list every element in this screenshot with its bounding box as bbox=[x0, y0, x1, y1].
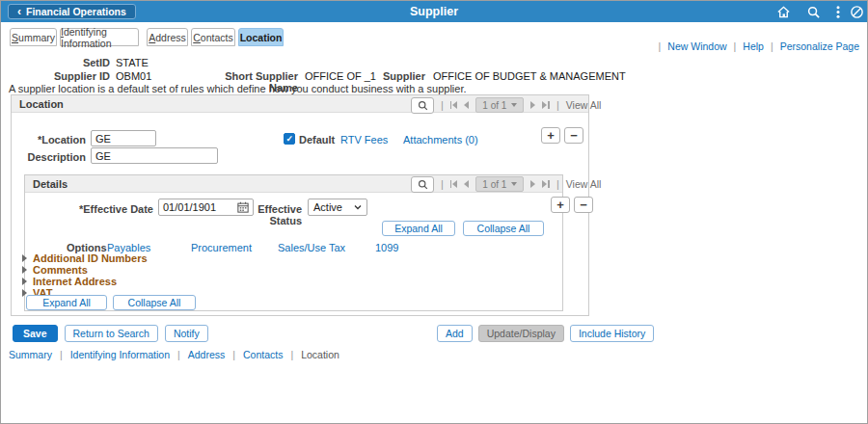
location-search-button[interactable] bbox=[411, 97, 434, 114]
separator: | bbox=[441, 178, 444, 190]
slashed-circle-icon[interactable] bbox=[850, 5, 864, 19]
description-label: Description bbox=[20, 151, 86, 163]
back-button-label: Financial Operations bbox=[26, 6, 126, 17]
previous-page-button[interactable] bbox=[464, 101, 469, 109]
last-page-button[interactable] bbox=[542, 101, 550, 109]
tab-identifying-information[interactable]: Identifying Information bbox=[60, 28, 139, 46]
add-row-button[interactable]: + bbox=[551, 197, 570, 213]
section-comments[interactable]: Comments bbox=[22, 264, 88, 276]
footer-links: Summary | Identifying Information | Addr… bbox=[9, 349, 339, 360]
details-section-title: Details bbox=[25, 178, 68, 190]
location-pager: | 1 of 1 | View All bbox=[411, 96, 601, 114]
collapse-all-button-bottom[interactable]: Collapse All bbox=[113, 295, 196, 310]
include-history-button[interactable]: Include History bbox=[570, 325, 654, 342]
default-checkbox[interactable] bbox=[284, 133, 295, 145]
previous-page-button[interactable] bbox=[464, 180, 469, 188]
supplier-id-value: OBM01 bbox=[116, 70, 151, 82]
footer-link-location-current: Location bbox=[301, 349, 339, 360]
details-search-button[interactable] bbox=[411, 176, 434, 193]
chevron-down-icon bbox=[511, 182, 517, 186]
footer-link-summary[interactable]: Summary bbox=[9, 349, 52, 360]
procurement-link[interactable]: Procurement bbox=[191, 242, 252, 253]
chevron-right-icon bbox=[22, 278, 27, 285]
supplier-value: OFFICE OF BUDGET & MANAGEMENT bbox=[433, 70, 626, 82]
notify-button[interactable]: Notify bbox=[165, 325, 208, 342]
description-input[interactable] bbox=[91, 147, 218, 164]
next-page-button[interactable] bbox=[530, 180, 535, 188]
separator: | bbox=[290, 349, 293, 360]
expand-all-button[interactable]: Expand All bbox=[382, 221, 455, 236]
return-to-search-button[interactable]: Return to Search bbox=[65, 325, 158, 342]
tab-summary[interactable]: Summary bbox=[10, 28, 57, 46]
tab-address[interactable]: Address bbox=[147, 28, 188, 46]
expand-all-button-bottom[interactable]: Expand All bbox=[26, 295, 107, 310]
setid-label: SetID bbox=[40, 57, 110, 68]
magnifier-icon bbox=[418, 100, 428, 111]
effective-status-select[interactable]: Active bbox=[308, 199, 367, 216]
kebab-menu-icon[interactable] bbox=[832, 5, 844, 19]
location-view-all-link[interactable]: View All bbox=[566, 99, 602, 111]
separator: | bbox=[232, 349, 235, 360]
default-checkbox-label: Default bbox=[299, 134, 338, 146]
separator: | bbox=[659, 40, 662, 52]
top-banner: Supplier ‹ Financial Operations bbox=[1, 1, 867, 22]
separator: | bbox=[771, 40, 773, 52]
effective-date-label: *Effective Date bbox=[68, 203, 153, 215]
details-pager: | 1 of 1 | View All bbox=[411, 175, 601, 193]
help-link[interactable]: Help bbox=[743, 40, 764, 52]
first-page-button[interactable] bbox=[450, 180, 458, 188]
magnifier-icon bbox=[418, 179, 428, 190]
separator: | bbox=[734, 40, 737, 52]
back-button[interactable]: ‹ Financial Operations bbox=[8, 4, 136, 19]
search-icon[interactable] bbox=[806, 5, 821, 19]
next-page-button[interactable] bbox=[530, 101, 535, 109]
location-note: A supplier location is a default set of … bbox=[9, 83, 467, 94]
footer-link-identifying-information[interactable]: Identifying Information bbox=[70, 349, 170, 360]
section-additional-id-numbers[interactable]: Additional ID Numbers bbox=[22, 252, 148, 264]
footer-link-address[interactable]: Address bbox=[188, 349, 226, 360]
effective-status-label: Effective Status bbox=[223, 203, 302, 226]
delete-row-button[interactable]: − bbox=[574, 197, 593, 213]
page-count-dropdown[interactable]: 1 of 1 bbox=[475, 176, 524, 192]
effective-status-value: Active bbox=[313, 201, 342, 213]
chevron-right-icon bbox=[22, 254, 27, 262]
utility-links: | New Window | Help | Personalize Page bbox=[659, 40, 859, 52]
tab-location[interactable]: Location bbox=[238, 28, 284, 46]
separator: | bbox=[556, 178, 559, 190]
back-chevron-icon: ‹ bbox=[17, 7, 21, 16]
sales-use-tax-link[interactable]: Sales/Use Tax bbox=[278, 242, 345, 253]
separator: | bbox=[60, 349, 63, 360]
add-row-button[interactable]: + bbox=[541, 127, 560, 144]
separator: | bbox=[177, 349, 180, 360]
home-icon[interactable] bbox=[776, 5, 791, 19]
personalize-page-link[interactable]: Personalize Page bbox=[780, 40, 859, 52]
separator: | bbox=[441, 99, 444, 111]
chevron-down-icon bbox=[511, 103, 517, 107]
attachments-link[interactable]: Attachments (0) bbox=[403, 134, 478, 146]
separator: | bbox=[556, 99, 559, 111]
effective-date-value: 01/01/1901 bbox=[163, 201, 216, 213]
toolbar-left: Save Return to Search Notify bbox=[13, 325, 208, 342]
update-display-button[interactable]: Update/Display bbox=[478, 325, 564, 342]
add-button[interactable]: Add bbox=[437, 325, 473, 342]
details-view-all-link[interactable]: View All bbox=[566, 178, 602, 190]
last-page-button[interactable] bbox=[542, 180, 550, 188]
delete-row-button[interactable]: − bbox=[564, 127, 583, 144]
location-field-label: *Location bbox=[20, 134, 86, 146]
save-button[interactable]: Save bbox=[13, 325, 58, 342]
rtv-fees-link[interactable]: RTV Fees bbox=[340, 134, 388, 146]
chevron-right-icon bbox=[22, 266, 27, 274]
1099-link[interactable]: 1099 bbox=[375, 242, 398, 253]
tab-contacts[interactable]: Contacts bbox=[191, 28, 235, 46]
first-page-button[interactable] bbox=[450, 101, 458, 109]
section-internet-address[interactable]: Internet Address bbox=[22, 276, 117, 287]
location-section-title: Location bbox=[12, 98, 64, 110]
collapse-all-button[interactable]: Collapse All bbox=[463, 221, 544, 236]
page-count-dropdown[interactable]: 1 of 1 bbox=[475, 97, 524, 113]
short-supplier-name-value: OFFICE OF _1 bbox=[305, 70, 376, 82]
supplier-id-label: Supplier ID bbox=[40, 70, 110, 82]
new-window-link[interactable]: New Window bbox=[667, 40, 726, 52]
footer-link-contacts[interactable]: Contacts bbox=[243, 349, 283, 360]
toolbar-right: Add Update/Display Include History bbox=[437, 325, 654, 342]
location-input[interactable] bbox=[91, 130, 156, 146]
